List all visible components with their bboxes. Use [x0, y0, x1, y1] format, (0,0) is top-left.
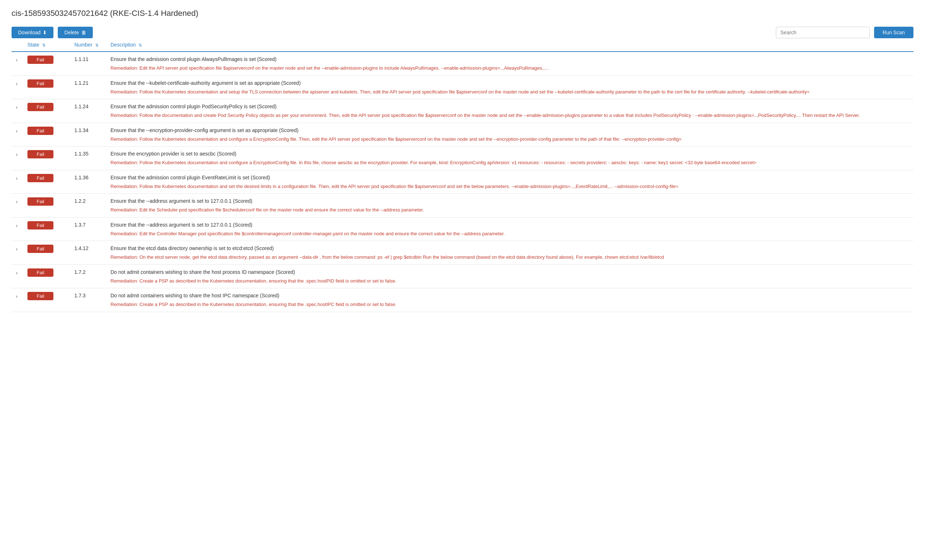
description-cell: Ensure that the admission control plugin…: [108, 99, 913, 123]
table-row: › Fail 1.1.24 Ensure that the admission …: [12, 99, 913, 123]
number-column-label: Number: [74, 42, 92, 48]
description-cell: Ensure that the admission control plugin…: [108, 52, 913, 75]
description-cell: Ensure that the --address argument is se…: [108, 194, 913, 218]
description-remediation: Remediation: Follow the Kubernetes docum…: [110, 183, 911, 190]
description-cell: Ensure that the etcd data directory owne…: [108, 241, 913, 265]
expand-button[interactable]: ›: [14, 221, 19, 230]
description-remediation: Remediation: Edit the Scheduler pod spec…: [110, 206, 911, 213]
status-badge: Fail: [27, 56, 53, 64]
description-main: Ensure the encryption provider is set to…: [110, 150, 911, 158]
expand-cell: ›: [12, 75, 24, 99]
status-badge: Fail: [27, 197, 53, 206]
table-row: › Fail 1.4.12 Ensure that the etcd data …: [12, 241, 913, 265]
expand-cell: ›: [12, 52, 24, 75]
download-button[interactable]: Download ⬇: [12, 27, 53, 38]
table-row: › Fail 1.1.21 Ensure that the --kubelet-…: [12, 75, 913, 99]
expand-button[interactable]: ›: [14, 292, 19, 300]
expand-cell: ›: [12, 147, 24, 170]
status-badge: Fail: [27, 127, 53, 135]
description-cell: Ensure that the admission control plugin…: [108, 170, 913, 194]
state-cell: Fail: [24, 75, 71, 99]
table-header-row: State ⇅ Number ⇅ Description ⇅: [12, 38, 913, 52]
description-cell: Ensure that the --kubelet-certificate-au…: [108, 75, 913, 99]
number-cell: 1.2.2: [71, 194, 108, 218]
description-cell: Ensure the encryption provider is set to…: [108, 147, 913, 170]
col-header-expand: [12, 38, 24, 52]
status-badge: Fail: [27, 221, 53, 230]
description-sort-icon: ⇅: [139, 43, 142, 48]
description-main: Ensure that the --encryption-provider-co…: [110, 127, 911, 134]
number-cell: 1.4.12: [71, 241, 108, 265]
expand-cell: ›: [12, 264, 24, 288]
expand-button[interactable]: ›: [14, 150, 19, 159]
col-header-description[interactable]: Description ⇅: [108, 38, 913, 52]
status-badge: Fail: [27, 245, 53, 253]
number-cell: 1.1.11: [71, 52, 108, 75]
page-title: cis-1585935032457021642 (RKE-CIS-1.4 Har…: [12, 9, 913, 18]
description-main: Ensure that the --address argument is se…: [110, 197, 911, 205]
expand-button[interactable]: ›: [14, 174, 19, 183]
number-cell: 1.1.24: [71, 99, 108, 123]
expand-button[interactable]: ›: [14, 127, 19, 135]
expand-button[interactable]: ›: [14, 245, 19, 253]
table-row: › Fail 1.3.7 Ensure that the --address a…: [12, 217, 913, 241]
description-main: Ensure that the admission control plugin…: [110, 174, 911, 182]
expand-cell: ›: [12, 99, 24, 123]
table-body: › Fail 1.1.11 Ensure that the admission …: [12, 52, 913, 312]
download-icon: ⬇: [42, 30, 47, 35]
description-cell: Ensure that the --address argument is se…: [108, 217, 913, 241]
state-cell: Fail: [24, 241, 71, 265]
state-cell: Fail: [24, 217, 71, 241]
number-cell: 1.3.7: [71, 217, 108, 241]
expand-button[interactable]: ›: [14, 56, 19, 64]
description-remediation: Remediation: Edit the Controller Manager…: [110, 230, 911, 237]
status-badge: Fail: [27, 269, 53, 277]
state-sort-icon: ⇅: [42, 43, 45, 48]
trash-icon: 🗑: [81, 30, 86, 35]
description-remediation: Remediation: Follow the documentation an…: [110, 112, 911, 119]
expand-button[interactable]: ›: [14, 197, 19, 206]
page-container: cis-1585935032457021642 (RKE-CIS-1.4 Har…: [0, 0, 925, 321]
number-sort-icon: ⇅: [95, 43, 99, 48]
table-row: › Fail 1.1.34 Ensure that the --encrypti…: [12, 123, 913, 147]
status-badge: Fail: [27, 80, 53, 88]
run-scan-label: Run Scan: [883, 30, 905, 35]
run-scan-button[interactable]: Run Scan: [874, 27, 913, 38]
toolbar-right: Run Scan: [776, 27, 913, 38]
col-header-state[interactable]: State ⇅: [24, 38, 71, 52]
number-cell: 1.1.35: [71, 147, 108, 170]
status-badge: Fail: [27, 150, 53, 158]
expand-button[interactable]: ›: [14, 103, 19, 111]
description-main: Do not admit containers wishing to share…: [110, 292, 911, 299]
status-badge: Fail: [27, 103, 53, 111]
number-cell: 1.1.36: [71, 170, 108, 194]
description-cell: Ensure that the --encryption-provider-co…: [108, 123, 913, 147]
download-label: Download: [18, 30, 41, 35]
expand-cell: ›: [12, 123, 24, 147]
state-cell: Fail: [24, 52, 71, 75]
table-container: State ⇅ Number ⇅ Description ⇅ ›: [12, 38, 913, 312]
expand-cell: ›: [12, 170, 24, 194]
col-header-number[interactable]: Number ⇅: [71, 38, 108, 52]
description-remediation: Remediation: Follow the Kubernetes docum…: [110, 136, 911, 143]
description-cell: Do not admit containers wishing to share…: [108, 288, 913, 312]
description-main: Ensure that the admission control plugin…: [110, 103, 911, 110]
results-table: State ⇅ Number ⇅ Description ⇅ ›: [12, 38, 913, 312]
description-main: Ensure that the --kubelet-certificate-au…: [110, 80, 911, 87]
expand-cell: ›: [12, 217, 24, 241]
description-remediation: Remediation: Follow the Kubernetes docum…: [110, 159, 911, 166]
number-cell: 1.1.21: [71, 75, 108, 99]
status-badge: Fail: [27, 174, 53, 182]
status-badge: Fail: [27, 292, 53, 300]
state-cell: Fail: [24, 147, 71, 170]
state-cell: Fail: [24, 170, 71, 194]
state-column-label: State: [27, 42, 39, 48]
expand-button[interactable]: ›: [14, 80, 19, 88]
number-cell: 1.1.34: [71, 123, 108, 147]
search-input[interactable]: [776, 27, 870, 38]
expand-button[interactable]: ›: [14, 269, 19, 277]
description-main: Ensure that the --address argument is se…: [110, 221, 911, 229]
state-cell: Fail: [24, 288, 71, 312]
delete-button[interactable]: Delete 🗑: [58, 27, 92, 38]
description-remediation: Remediation: On the etcd server node, ge…: [110, 254, 911, 261]
